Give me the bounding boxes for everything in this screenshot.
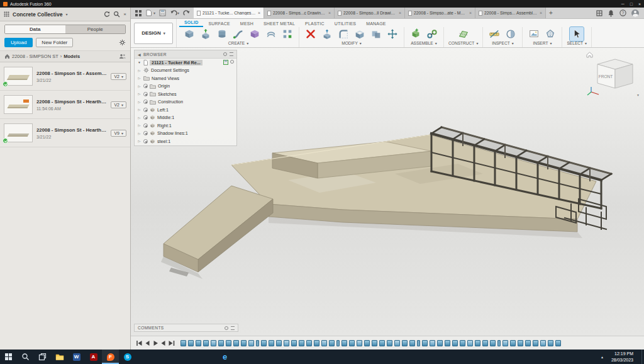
insert-canvas-tool-icon[interactable] — [527, 27, 541, 41]
select-menu-button[interactable]: SELECT▾ — [567, 41, 587, 47]
new-folder-button[interactable]: New Folder — [36, 38, 73, 47]
list-item[interactable]: 22008 - Simpson St - Assembly 3/21/22 V2… — [0, 62, 130, 91]
team-name[interactable]: Concrete Collective — [13, 11, 62, 18]
timeline-feature-icon[interactable] — [269, 340, 274, 346]
expand-arrow-icon[interactable]: ▷ — [137, 132, 142, 135]
timeline-feature-icon[interactable] — [329, 340, 335, 346]
timeline-feature-icon[interactable] — [417, 340, 420, 346]
list-item[interactable]: 22008 - Simpson St - Hearth - Assemb... … — [0, 91, 130, 119]
visibility-eye-icon[interactable] — [143, 115, 148, 120]
timeline-feature-icon[interactable] — [445, 340, 450, 346]
inspect-menu-button[interactable]: INSPECT▾ — [492, 41, 514, 47]
timeline-feature-icon[interactable] — [460, 340, 465, 346]
timeline-feature-icon[interactable] — [467, 340, 473, 346]
browser-item[interactable]: ▷Document Settings — [135, 67, 236, 75]
timeline-feature-icon[interactable] — [341, 340, 347, 346]
expand-arrow-icon[interactable]: ▷ — [137, 139, 142, 143]
help-icon[interactable]: ? — [619, 9, 626, 16]
construction-plane-tool-icon[interactable] — [457, 27, 470, 41]
show-desktop-button[interactable] — [641, 350, 644, 364]
close-tab-icon[interactable]: × — [328, 11, 331, 15]
viewcube-menu-icon[interactable]: ▾ — [637, 93, 639, 97]
expand-arrow-icon[interactable]: ▷ — [137, 108, 142, 111]
visibility-eye-icon[interactable] — [143, 84, 148, 88]
tab-people[interactable]: People — [65, 25, 126, 33]
timeline-feature-icon[interactable] — [387, 340, 392, 346]
home-icon[interactable] — [4, 54, 10, 59]
search-icon[interactable] — [113, 11, 120, 18]
shell-tool-icon[interactable] — [353, 27, 367, 41]
browser-item[interactable]: ▷Construction — [135, 98, 236, 106]
timeline-go-to-start-button[interactable] — [135, 339, 143, 347]
browser-item[interactable]: ▷Middle:1 — [135, 114, 236, 122]
comments-panel[interactable]: COMMENTS — [134, 324, 238, 332]
revolve-tool-icon[interactable] — [215, 27, 229, 41]
viewcube[interactable]: FRONT ▾ — [586, 50, 640, 97]
timeline-feature-icon[interactable] — [518, 340, 523, 346]
home-icon[interactable] — [586, 52, 593, 58]
press-pull-tool-icon[interactable] — [320, 27, 334, 41]
sync-status-icon[interactable] — [230, 60, 234, 64]
insert-menu-button[interactable]: INSERT▾ — [533, 41, 552, 47]
document-tab[interactable]: 22008 - Simpso...ate - Model v8× — [405, 8, 475, 18]
collapse-arrow-icon[interactable]: ◀ — [138, 52, 141, 57]
timeline-feature-icon[interactable] — [196, 340, 201, 346]
people-icon[interactable] — [119, 54, 126, 59]
save-icon[interactable] — [158, 8, 167, 18]
form-tool-icon[interactable] — [248, 27, 262, 41]
visibility-eye-icon[interactable] — [143, 92, 148, 96]
browser-item[interactable]: ▷Origin — [135, 82, 236, 91]
move-tool-icon[interactable] — [386, 27, 399, 41]
timeline-feature-icon[interactable] — [357, 340, 362, 346]
close-tab-icon[interactable]: × — [469, 11, 472, 15]
minimize-button[interactable]: ─ — [621, 2, 625, 6]
visibility-eye-icon[interactable] — [143, 131, 148, 135]
document-tab[interactable]: 21121 - Tucke... Changes v24*× — [194, 8, 264, 18]
timeline-feature-icon[interactable] — [306, 340, 312, 346]
timeline-step-forward-button[interactable] — [159, 339, 167, 347]
version-badge[interactable]: V2▾ — [111, 101, 126, 108]
timeline-feature-icon[interactable] — [321, 340, 327, 346]
undo-icon[interactable]: ▾ — [169, 8, 180, 18]
timeline-feature-icon[interactable] — [409, 340, 415, 346]
redo-icon[interactable] — [182, 8, 191, 18]
timeline-feature-icon[interactable] — [203, 340, 209, 346]
tab-manage[interactable]: MANAGE — [361, 21, 391, 27]
timeline-feature-icon[interactable] — [402, 340, 408, 346]
visibility-eye-icon[interactable] — [143, 100, 148, 104]
app-grid-icon[interactable] — [4, 11, 9, 17]
expand-arrow-icon[interactable]: ▷ — [137, 76, 142, 80]
expand-arrow-icon[interactable]: ▷ — [137, 92, 142, 96]
timeline-feature-icon[interactable] — [394, 340, 400, 346]
user-avatar[interactable] — [631, 9, 639, 17]
tab-surface[interactable]: SURFACE — [203, 21, 235, 27]
timeline-feature-icon[interactable] — [299, 340, 304, 346]
timeline-feature-icon[interactable] — [248, 340, 254, 346]
tab-sheet-metal[interactable]: SHEET METAL — [258, 21, 300, 27]
measure-tool-icon[interactable] — [487, 27, 501, 41]
panel-dock-icon[interactable] — [230, 52, 233, 56]
browser-item[interactable]: ▷Named Views — [135, 74, 236, 82]
timeline-feature-icon[interactable] — [211, 340, 216, 346]
close-tab-icon[interactable]: × — [540, 11, 542, 15]
extrude-tool-icon[interactable] — [199, 27, 213, 41]
timeline-feature-icon[interactable] — [256, 340, 259, 346]
breadcrumb-project[interactable]: 22008 - SIMPSON ST — [12, 54, 58, 59]
timeline-feature-icon[interactable] — [226, 340, 231, 346]
timeline-feature-icon[interactable] — [379, 340, 385, 346]
insert-mesh-tool-icon[interactable] — [543, 27, 557, 41]
timeline-feature-icon[interactable] — [284, 340, 289, 346]
browser-item[interactable]: ▷Shadow lines:1 — [135, 130, 236, 138]
timeline-feature-icon[interactable] — [314, 340, 319, 346]
timeline-play-button[interactable] — [151, 339, 159, 347]
close-tab-icon[interactable]: × — [258, 11, 260, 15]
joint-tool-icon[interactable] — [425, 27, 439, 41]
timeline-feature-icon[interactable] — [490, 340, 496, 346]
edge-icon[interactable]: e — [216, 350, 233, 364]
tray-chevron-icon[interactable]: ▴ — [601, 355, 603, 359]
browser-root-item[interactable]: ▼ 21121 - Tucker Rd Re... — [135, 59, 236, 67]
fillet-tool-icon[interactable] — [336, 27, 350, 41]
visibility-eye-icon[interactable] — [143, 108, 148, 112]
expand-arrow-icon[interactable]: ▷ — [137, 116, 142, 120]
close-panel-icon[interactable]: × — [123, 11, 126, 17]
